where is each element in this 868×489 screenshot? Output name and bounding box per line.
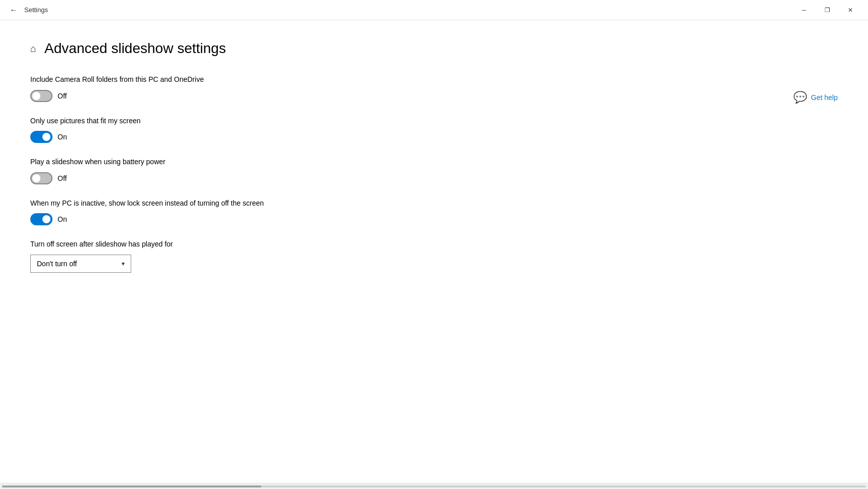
lock-screen-setting: When my PC is inactive, show lock screen… bbox=[30, 199, 333, 226]
lock-screen-toggle[interactable] bbox=[30, 213, 52, 225]
fit-screen-toggle-knob bbox=[42, 133, 50, 141]
battery-power-toggle-row: Off bbox=[30, 172, 333, 184]
fit-screen-toggle[interactable] bbox=[30, 131, 52, 143]
camera-roll-toggle-row: Off bbox=[30, 90, 333, 102]
app-title: Settings bbox=[24, 6, 48, 14]
camera-roll-label: Include Camera Roll folders from this PC… bbox=[30, 75, 333, 85]
turn-off-label: Turn off screen after slideshow has play… bbox=[30, 239, 333, 250]
battery-power-setting: Play a slideshow when using battery powe… bbox=[30, 157, 333, 184]
restore-button[interactable]: ❐ bbox=[816, 0, 839, 20]
battery-power-state: Off bbox=[58, 174, 67, 182]
page-title: Advanced slideshow settings bbox=[44, 40, 226, 57]
battery-power-label: Play a slideshow when using battery powe… bbox=[30, 157, 333, 167]
turn-off-dropdown-value: Don't turn off bbox=[37, 260, 77, 268]
chevron-down-icon: ▾ bbox=[122, 260, 125, 267]
camera-roll-toggle-knob bbox=[32, 92, 40, 100]
lock-screen-label: When my PC is inactive, show lock screen… bbox=[30, 199, 333, 209]
help-text: Get help bbox=[811, 93, 838, 102]
title-bar: ← Settings ─ ❐ ✕ bbox=[0, 0, 868, 20]
camera-roll-setting: Include Camera Roll folders from this PC… bbox=[30, 75, 333, 102]
lock-screen-toggle-knob bbox=[42, 215, 50, 223]
battery-power-toggle-knob bbox=[32, 174, 40, 182]
battery-power-toggle[interactable] bbox=[30, 172, 52, 184]
help-panel[interactable]: 💬 Get help bbox=[793, 91, 838, 104]
home-icon[interactable]: ⌂ bbox=[30, 43, 36, 55]
minimize-button[interactable]: ─ bbox=[792, 0, 816, 20]
scrollbar-thumb bbox=[2, 485, 261, 487]
fit-screen-state: On bbox=[58, 133, 67, 141]
content-area: ⌂ Advanced slideshow settings Include Ca… bbox=[0, 20, 868, 483]
back-button[interactable]: ← bbox=[6, 3, 21, 18]
turn-off-setting: Turn off screen after slideshow has play… bbox=[30, 239, 333, 273]
lock-screen-state: On bbox=[58, 215, 67, 223]
page-title-row: ⌂ Advanced slideshow settings bbox=[30, 40, 333, 57]
camera-roll-state: Off bbox=[58, 92, 67, 100]
help-icon: 💬 bbox=[793, 91, 807, 104]
lock-screen-toggle-row: On bbox=[30, 213, 333, 225]
close-button[interactable]: ✕ bbox=[839, 0, 862, 20]
scrollbar-track[interactable] bbox=[2, 485, 866, 487]
turn-off-dropdown[interactable]: Don't turn off ▾ bbox=[30, 255, 131, 273]
main-panel: ⌂ Advanced slideshow settings Include Ca… bbox=[30, 40, 333, 463]
camera-roll-toggle[interactable] bbox=[30, 90, 52, 102]
fit-screen-setting: Only use pictures that fit my screen On bbox=[30, 116, 333, 143]
fit-screen-toggle-row: On bbox=[30, 131, 333, 143]
scrollbar-area bbox=[0, 483, 868, 489]
fit-screen-label: Only use pictures that fit my screen bbox=[30, 116, 333, 126]
window-controls: ─ ❐ ✕ bbox=[792, 0, 862, 20]
